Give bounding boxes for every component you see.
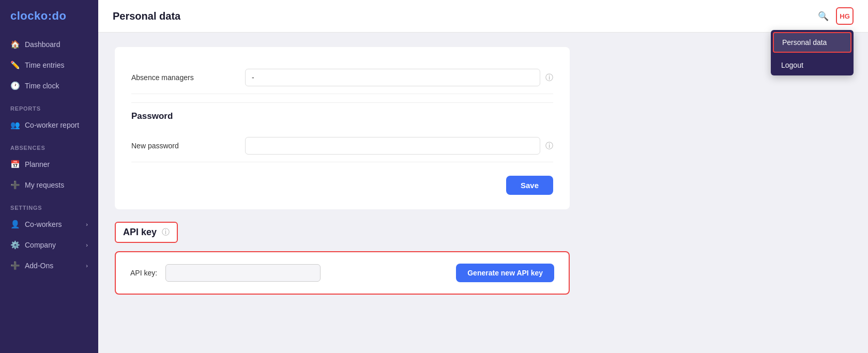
generate-api-key-button[interactable]: Generate new API key [456,264,554,282]
main-area: Personal data 🔍 HG Personal data Logout … [98,0,868,353]
new-password-row: New password ⓘ [131,130,553,162]
edit-icon: ✏️ [10,60,20,70]
settings-section-label: SETTINGS [0,195,98,214]
absence-managers-label: Absence managers [131,73,245,82]
header-actions: 🔍 HG Personal data Logout [818,7,854,25]
sidebar-item-label: Add-Ons [25,262,53,270]
absence-managers-info-icon[interactable]: ⓘ [545,73,553,83]
search-button[interactable]: 🔍 [818,11,829,22]
sidebar-item-label: Time entries [25,61,65,69]
password-card: Absence managers ⓘ Password New password… [115,47,570,209]
sidebar-item-dashboard[interactable]: 🏠 Dashboard [0,34,98,55]
avatar-wrapper: HG Personal data Logout [836,7,854,25]
absence-managers-input[interactable] [245,69,540,86]
sidebar-item-time-entries[interactable]: ✏️ Time entries [0,55,98,75]
header: Personal data 🔍 HG Personal data Logout [98,0,868,33]
sidebar-item-planner[interactable]: 📅 Planner [0,154,98,175]
gear-icon: ⚙️ [10,240,20,250]
sidebar-item-label: Co-workers [25,220,62,228]
api-key-row: API key: Generate new API key [130,264,554,282]
person-icon: 👤 [10,220,20,229]
plus-box-icon: ➕ [10,180,20,190]
absences-section-label: ABSENCES [0,135,98,154]
sidebar-item-add-ons[interactable]: ➕ Add-Ons › [0,255,98,276]
sidebar-item-label: Company [25,241,56,249]
avatar-button[interactable]: HG [836,7,854,25]
plus-circle-icon: ➕ [10,261,20,270]
sidebar-item-co-workers[interactable]: 👤 Co-workers › [0,214,98,235]
sidebar-item-time-clock[interactable]: 🕐 Time clock [0,75,98,96]
sidebar: clocko:do 🏠 Dashboard ✏️ Time entries 🕐 … [0,0,98,353]
api-key-input[interactable] [165,264,321,282]
logo-do: do [52,9,67,22]
sidebar-item-label: Time clock [25,82,59,90]
people-icon: 👥 [10,120,20,130]
user-dropdown: Personal data Logout [771,30,854,75]
api-key-section-header: API key ⓘ [115,222,178,243]
sidebar-item-label: Co-worker report [25,121,79,129]
api-key-card: API key: Generate new API key [115,251,570,295]
new-password-info-icon[interactable]: ⓘ [545,141,553,151]
chevron-right-icon: › [86,242,88,248]
sidebar-item-label: Dashboard [25,40,60,49]
new-password-input[interactable] [245,137,540,155]
app-logo: clocko:do [0,0,98,34]
clock-icon: 🕐 [10,81,20,90]
chevron-right-icon: › [86,221,88,227]
password-section-title: Password [131,111,173,121]
save-button[interactable]: Save [506,176,553,195]
sidebar-item-label: Planner [25,160,50,168]
dropdown-item-personal-data[interactable]: Personal data [773,32,851,53]
new-password-label: New password [131,142,245,150]
api-key-info-icon[interactable]: ⓘ [162,227,170,237]
api-key-label: API key: [130,269,157,277]
reports-section-label: REPORTS [0,96,98,115]
content-area: Absence managers ⓘ Password New password… [98,33,868,353]
home-icon: 🏠 [10,40,20,49]
dropdown-item-logout[interactable]: Logout [771,55,854,75]
sidebar-item-company[interactable]: ⚙️ Company › [0,235,98,255]
sidebar-item-my-requests[interactable]: ➕ My requests [0,175,98,195]
absence-managers-row: Absence managers ⓘ [131,62,553,94]
api-key-title: API key [123,227,157,238]
logo-text: clocko [10,9,48,22]
chevron-right-icon: › [86,263,88,269]
calendar-icon: 📅 [10,160,20,169]
sidebar-item-label: My requests [25,181,64,189]
api-key-wrapper: API key ⓘ API key: Generate new API key [115,222,570,295]
logo-separator: : [48,9,52,22]
page-title: Personal data [113,10,180,22]
sidebar-item-coworker-report[interactable]: 👥 Co-worker report [0,115,98,135]
